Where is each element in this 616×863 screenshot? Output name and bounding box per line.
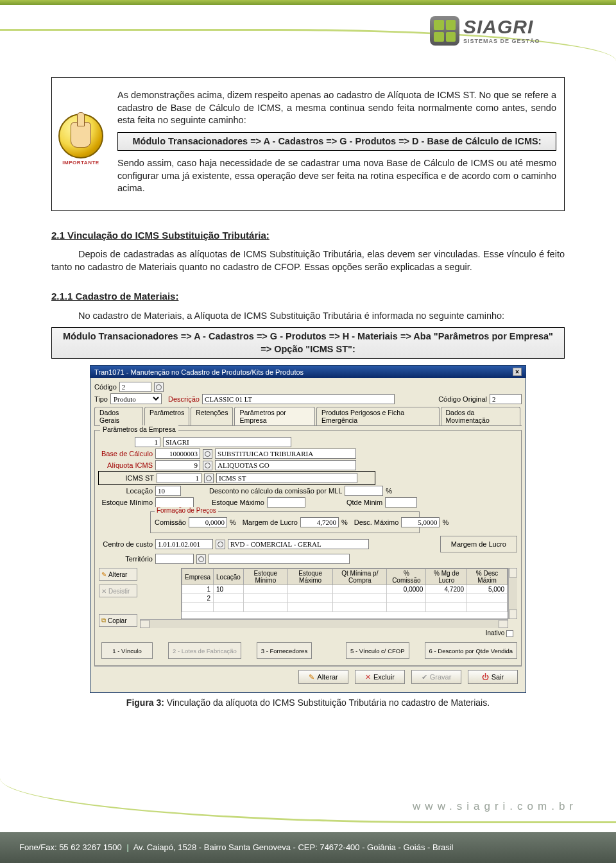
tab-parametros-empresa[interactable]: Parâmetros por Empresa xyxy=(234,407,315,425)
input-qtde-min[interactable] xyxy=(385,497,417,508)
label-estoque-max: Estoque Máximo xyxy=(212,499,264,506)
input-codigo-original[interactable] xyxy=(490,394,522,404)
label-percent: % xyxy=(442,518,449,526)
footer-url: www.siagri.com.br xyxy=(413,801,578,812)
table-row[interactable]: 2 xyxy=(182,594,508,603)
label-codigo-original: Código Original xyxy=(438,395,487,403)
label-desc-max: Desc. Máximo xyxy=(354,518,399,526)
exit-icon: ⏻ xyxy=(482,673,489,681)
label-percent: % xyxy=(341,518,348,526)
action-bar: ✎Alterar ✕Excluir ✔Gravar ⏻Sair xyxy=(94,666,522,687)
label-locacao: Locação xyxy=(99,487,153,495)
input-desc-comissao[interactable] xyxy=(345,486,383,496)
tabs: Dados Gerais Parâmetros Retenções Parâme… xyxy=(94,407,522,426)
save-icon: ✔ xyxy=(422,673,427,681)
search-icon[interactable] xyxy=(216,540,225,549)
action-button-excluir[interactable]: ✕Excluir xyxy=(355,670,405,684)
input-centro-custo-desc[interactable] xyxy=(228,539,369,549)
delete-icon: ✕ xyxy=(365,673,371,681)
input-aliquota-icms-desc[interactable] xyxy=(215,460,356,470)
action-button-alterar[interactable]: ✎Alterar xyxy=(298,670,348,684)
section-2-1-title: 2.1 Vinculação do ICMS Substituição Trib… xyxy=(51,229,565,242)
input-centro-custo[interactable] xyxy=(155,539,213,549)
table-row[interactable] xyxy=(182,603,508,612)
close-icon[interactable]: × xyxy=(513,368,522,376)
callout-p2: Sendo assim, caso haja necessidade de se… xyxy=(117,157,556,195)
edit-icon: ✎ xyxy=(309,673,314,681)
bottom-button-lotes: 2 - Lotes de Fabricação xyxy=(168,642,241,659)
label-desc-comissao: Desconto no cálculo da comissão por MLL xyxy=(209,487,342,495)
footer-fone-label: Fone/Fax: xyxy=(19,842,59,852)
input-territorio-desc[interactable] xyxy=(209,554,350,564)
fieldset-parametros-empresa: Parâmetros da Empresa Base de Cálculo Al… xyxy=(94,430,522,666)
section-2-1-p: Depois de cadastradas as alíquotas de IC… xyxy=(51,248,565,273)
bottom-button-fornecedores[interactable]: 3 - Fornecedores xyxy=(257,642,312,659)
input-empresa-nome[interactable] xyxy=(163,437,291,447)
tab-parametros[interactable]: Parâmetros xyxy=(144,407,189,425)
label-margem-lucro: Margem de Lucro xyxy=(243,518,298,526)
search-icon[interactable] xyxy=(203,449,212,459)
label-centro-custo: Centro de custo xyxy=(99,540,153,548)
input-aliquota-icms[interactable] xyxy=(155,460,200,470)
label-codigo: Código xyxy=(94,383,117,391)
input-icms-st-desc[interactable] xyxy=(216,473,357,483)
input-estoque-max[interactable] xyxy=(267,497,305,508)
input-descricao[interactable] xyxy=(202,394,395,404)
nav-path-2: Módulo Transacionadores => A - Cadastros… xyxy=(51,327,565,359)
input-desc-max[interactable] xyxy=(401,517,440,527)
search-icon[interactable] xyxy=(204,474,214,483)
nav-path-1: Módulo Transacionadores => A - Cadastros… xyxy=(117,132,556,151)
tab-produtos-perigosos[interactable]: Produtos Perigosos e Ficha Emergência xyxy=(316,407,440,425)
footer-bar: Fone/Fax: 55 62 3267 1500 | Av. Caiapó, … xyxy=(0,832,616,863)
bottom-button-vinculo[interactable]: 1 - Vínculo xyxy=(101,642,153,659)
footer-fone: 55 62 3267 1500 xyxy=(59,842,122,852)
input-locacao[interactable] xyxy=(155,486,181,496)
vertical-scrollbar[interactable] xyxy=(508,568,517,619)
input-empresa-num[interactable] xyxy=(135,437,160,447)
pointing-hand-icon xyxy=(71,122,91,148)
label-estoque-min: Estoque Mínimo xyxy=(99,499,153,506)
tab-retencoes[interactable]: Retenções xyxy=(191,407,233,425)
checkbox-inativo[interactable] xyxy=(506,630,513,637)
section-2-1-1-title: 2.1.1 Cadastro de Materiais: xyxy=(51,290,565,303)
label-percent: % xyxy=(386,487,392,495)
action-button-gravar: ✔Gravar xyxy=(411,670,461,684)
logo-name: SIAGRI xyxy=(463,17,540,37)
label-descricao: Descrição xyxy=(168,395,200,403)
bottom-button-desconto-qtde[interactable]: 6 - Desconto por Qtde Vendida xyxy=(425,642,517,659)
window-titlebar: Tran1071 - Manutenção no Cadastro de Pro… xyxy=(90,366,526,378)
input-base-calculo[interactable] xyxy=(155,449,200,459)
section-2-1-1-p: No cadastro de Materiais, a Alíquota de … xyxy=(51,310,565,323)
action-button-sair[interactable]: ⏻Sair xyxy=(468,670,518,684)
search-icon[interactable] xyxy=(196,554,206,564)
window-title: Tran1071 - Manutenção no Cadastro de Pro… xyxy=(94,368,304,376)
logo-mark-icon xyxy=(430,16,459,46)
label-territorio: Território xyxy=(99,555,153,563)
tab-dados-gerais[interactable]: Dados Gerais xyxy=(94,407,143,425)
input-icms-st[interactable] xyxy=(157,473,201,483)
empresa-grid[interactable]: EmpresaLocação Estoque MínimoEstoque Máx… xyxy=(181,568,508,619)
callout-p1: As demonstrações acima, dizem respeito a… xyxy=(117,89,556,127)
label-base-calculo: Base de Cálculo xyxy=(99,450,153,457)
important-badge: IMPORTANTE xyxy=(56,114,106,178)
input-margem-lucro[interactable] xyxy=(300,517,339,527)
input-base-calculo-desc[interactable] xyxy=(215,449,356,459)
input-codigo[interactable] xyxy=(119,382,151,392)
fieldset-formacao-precos: Formação de Preços Comissão % Margem de … xyxy=(150,511,420,533)
screenshot-window: Tran1071 - Manutenção no Cadastro de Pro… xyxy=(90,365,526,693)
search-icon[interactable] xyxy=(203,461,212,470)
horizontal-scrollbar[interactable] xyxy=(140,619,508,628)
logo: SIAGRI SISTEMAS DE GESTÃO xyxy=(430,12,578,50)
input-comissao[interactable] xyxy=(189,517,227,527)
table-row[interactable]: 1 10 0,0000 4,7200 5,000 xyxy=(182,585,508,594)
input-territorio[interactable] xyxy=(155,554,194,564)
input-estoque-min[interactable] xyxy=(155,497,194,508)
bottom-button-vinculo-cfop[interactable]: 5 - Vínculo c/ CFOP xyxy=(346,642,409,659)
tab-dados-movimentacao[interactable]: Dados da Movimentação xyxy=(441,407,520,425)
label-aliquota-icms: Alíquota ICMS xyxy=(99,461,153,469)
box-margem-lucro: Margem de Lucro xyxy=(440,536,517,552)
search-icon[interactable] xyxy=(154,382,164,392)
select-tipo[interactable]: Produto xyxy=(110,393,162,404)
label-icms-st: ICMS ST xyxy=(100,474,154,482)
fieldset-formacao-legend: Formação de Preços xyxy=(155,507,218,514)
